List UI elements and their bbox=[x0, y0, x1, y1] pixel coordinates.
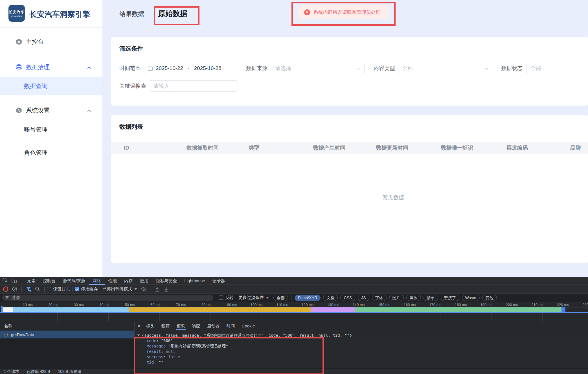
sidebar-item-system-settings[interactable]: 系统设置 bbox=[0, 103, 102, 117]
devtools-tab-elements[interactable]: 元素 bbox=[23, 277, 39, 285]
devtools-tab-sources[interactable]: 源代码/来源 bbox=[59, 277, 89, 285]
close-icon[interactable]: ✕ bbox=[137, 323, 141, 329]
preserve-log-label[interactable]: 保留日志 bbox=[53, 286, 70, 292]
network-filter-input[interactable]: 过滤 bbox=[2, 295, 213, 301]
chip-doc[interactable]: 文档 bbox=[323, 295, 338, 301]
detail-tab-response[interactable]: 响应 bbox=[188, 322, 204, 330]
data-status-select[interactable]: 全部 bbox=[526, 63, 588, 74]
network-toolbar: 保留日志 停用缓存 已停用节流模式 bbox=[0, 285, 588, 294]
sidebar-item-data-query[interactable]: 数据查询 bbox=[0, 77, 102, 95]
json-entry: result: null bbox=[137, 349, 352, 354]
chip-font[interactable]: 字体 bbox=[372, 295, 387, 301]
funnel-small-icon bbox=[5, 296, 9, 300]
disable-cache-label[interactable]: 停用缓存 bbox=[81, 286, 98, 292]
devtools-tab-lighthouse[interactable]: Lighthouse bbox=[181, 277, 209, 285]
chevron-up-icon[interactable] bbox=[87, 109, 91, 113]
throttling-select[interactable]: 已停用节流模式 bbox=[102, 286, 132, 292]
timeline-tick-label: 120 ms bbox=[293, 303, 314, 307]
chip-all[interactable]: 全部 bbox=[273, 295, 288, 301]
devtools-tab-network[interactable]: 网络 bbox=[89, 277, 105, 285]
request-name[interactable]: getRawData bbox=[11, 332, 34, 337]
sidebar-item-dashboard[interactable]: 主控台 bbox=[0, 35, 102, 49]
json-key: result bbox=[147, 349, 161, 354]
chip-media[interactable]: 媒体 bbox=[406, 295, 421, 301]
divider: | bbox=[54, 369, 55, 374]
devtools-tab-privacy[interactable]: 隐私与安全 bbox=[152, 277, 181, 285]
name-column-header[interactable]: 名称 bbox=[4, 323, 12, 329]
divider bbox=[291, 295, 291, 300]
invert-label[interactable]: 反转 bbox=[225, 295, 234, 300]
disable-cache-checkbox[interactable] bbox=[75, 287, 79, 291]
json-preview-tree: {success: false, message: "系统内部错误请联系管理员处… bbox=[137, 333, 352, 365]
chevron-up-icon[interactable] bbox=[87, 66, 91, 70]
network-overview[interactable]: 10 ms20 ms30 ms40 ms50 ms60 ms70 ms80 ms… bbox=[0, 302, 588, 322]
data-source-select[interactable]: 请选择 bbox=[271, 63, 365, 74]
chip-manifest[interactable]: 清单 bbox=[424, 295, 438, 301]
timeline-tick-label: 200 ms bbox=[498, 303, 518, 307]
chip-css[interactable]: CSS bbox=[340, 295, 355, 301]
expand-caret-icon[interactable] bbox=[137, 334, 140, 336]
chip-img[interactable]: 图片 bbox=[389, 295, 404, 301]
devtools-tab-recorder[interactable]: 记录器 bbox=[209, 277, 229, 285]
json-summary-text: {success: false, message: "系统内部错误请联系管理员处… bbox=[142, 333, 352, 338]
devtools-tab-memory[interactable]: 内存 bbox=[120, 277, 136, 285]
detail-tab-cookie[interactable]: Cookie bbox=[238, 322, 258, 330]
record-icon[interactable] bbox=[3, 286, 8, 292]
json-key: tid bbox=[147, 360, 154, 364]
inspect-element-icon[interactable] bbox=[2, 278, 8, 284]
dropdown-arrow-icon bbox=[134, 288, 137, 290]
export-har-icon[interactable] bbox=[163, 286, 169, 292]
content-type-label: 内容类型 bbox=[374, 63, 395, 74]
chevron-down-icon bbox=[484, 67, 488, 71]
tab-raw-data[interactable]: 原始数据 bbox=[158, 9, 187, 19]
chip-wasm[interactable]: Wasm bbox=[462, 295, 480, 301]
date-start-value[interactable]: 2025-10-22 bbox=[156, 65, 183, 71]
search-icon[interactable] bbox=[35, 286, 40, 292]
detail-tab-initiator[interactable]: 启动器 bbox=[204, 322, 223, 330]
json-summary-line[interactable]: {success: false, message: "系统内部错误请联系管理员处… bbox=[137, 333, 352, 338]
chip-other[interactable]: 其他 bbox=[482, 295, 497, 301]
devtools-tab-performance[interactable]: 性能 bbox=[105, 277, 120, 285]
import-har-icon[interactable] bbox=[154, 286, 160, 292]
fetch-braces-icon: {} bbox=[4, 332, 8, 337]
timeline-tick-label: 50 ms bbox=[115, 303, 135, 307]
resource-size: 108 B 项资源 bbox=[58, 369, 81, 374]
sidebar: 长安汽车 CHANGAN 长安汽车洞察引擎 主控台 数据治理 数据查询 系统设置… bbox=[0, 0, 103, 277]
timeline-tick-label: 30 ms bbox=[63, 303, 84, 307]
keyword-input[interactable]: 请输入 bbox=[149, 80, 238, 92]
clear-icon[interactable] bbox=[12, 286, 17, 292]
console-icon bbox=[15, 38, 23, 45]
content-type-select[interactable]: 全部 bbox=[398, 63, 492, 74]
more-filters-button[interactable]: 更多过滤条件 bbox=[238, 295, 264, 300]
chip-fetch-xhr[interactable]: Fetch/XHR bbox=[295, 295, 321, 301]
chip-js[interactable]: JS bbox=[358, 295, 369, 301]
sidebar-item-role-management[interactable]: 角色管理 bbox=[0, 146, 102, 160]
detail-tab-payload[interactable]: 载荷 bbox=[158, 322, 173, 330]
devtools-tab-application[interactable]: 应用 bbox=[136, 277, 152, 285]
invert-checkbox[interactable] bbox=[219, 296, 223, 300]
request-row-getrawdata[interactable]: {} getRawData bbox=[0, 331, 134, 338]
devtools-panel: 元素 控制台 源代码/来源 网络 性能 内存 应用 隐私与安全 Lighthou… bbox=[0, 277, 588, 374]
overview-selection-line bbox=[0, 312, 588, 313]
detail-tab-headers[interactable]: 标头 bbox=[143, 322, 158, 330]
network-conditions-icon[interactable] bbox=[141, 286, 146, 292]
chip-socket[interactable]: 套接字 bbox=[441, 295, 459, 301]
filter-placeholder: 过滤 bbox=[11, 295, 20, 300]
devtools-tab-console[interactable]: 控制台 bbox=[39, 277, 59, 285]
json-value: null bbox=[166, 349, 175, 354]
date-range-input[interactable]: 2025-10-22 - 2025-10-28 bbox=[144, 63, 238, 74]
detail-tab-preview[interactable]: 预览 bbox=[173, 322, 188, 330]
request-list-header[interactable]: 名称 bbox=[0, 322, 134, 330]
detail-tab-timing[interactable]: 时间 bbox=[223, 322, 238, 330]
json-value: "系统内部错误请联系管理员处理" bbox=[168, 344, 228, 348]
sidebar-item-account-management[interactable]: 账号管理 bbox=[0, 123, 102, 137]
device-toolbar-icon[interactable] bbox=[11, 278, 17, 284]
sidebar-item-label: 账号管理 bbox=[24, 126, 48, 134]
preserve-log-checkbox[interactable] bbox=[47, 287, 51, 291]
column-header-capture-time: 数据抓取时间 bbox=[187, 142, 219, 154]
sidebar-item-data-governance[interactable]: 数据治理 bbox=[0, 60, 102, 74]
date-end-value[interactable]: 2025-10-28 bbox=[194, 65, 221, 71]
tab-result-data[interactable]: 结果数据 bbox=[119, 10, 144, 18]
detail-tab-bar: ✕ 标头 载荷 预览 响应 启动器 时间 Cookie bbox=[135, 322, 588, 330]
filter-funnel-icon[interactable] bbox=[26, 286, 31, 292]
